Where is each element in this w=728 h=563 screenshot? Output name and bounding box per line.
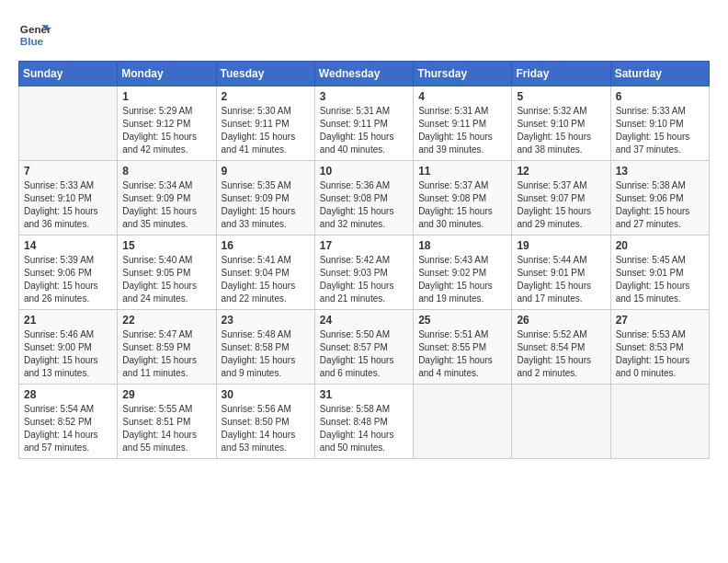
day-info: Sunrise: 5:47 AM Sunset: 8:59 PM Dayligh… <box>122 328 210 380</box>
calendar-cell: 29Sunrise: 5:55 AM Sunset: 8:51 PM Dayli… <box>118 385 216 459</box>
calendar-cell: 17Sunrise: 5:42 AM Sunset: 9:03 PM Dayli… <box>314 236 413 310</box>
day-number: 6 <box>616 90 704 103</box>
calendar-cell: 12Sunrise: 5:37 AM Sunset: 9:07 PM Dayli… <box>512 161 610 236</box>
column-header-monday: Monday <box>118 62 216 86</box>
page-header: General Blue <box>18 18 710 52</box>
day-info: Sunrise: 5:48 AM Sunset: 8:58 PM Dayligh… <box>222 328 310 380</box>
day-info: Sunrise: 5:36 AM Sunset: 9:08 PM Dayligh… <box>320 179 408 231</box>
calendar-header-row: SundayMondayTuesdayWednesdayThursdayFrid… <box>19 62 710 86</box>
calendar-cell: 27Sunrise: 5:53 AM Sunset: 8:53 PM Dayli… <box>610 310 709 385</box>
calendar-week-4: 21Sunrise: 5:46 AM Sunset: 9:00 PM Dayli… <box>19 310 710 385</box>
column-header-wednesday: Wednesday <box>314 62 413 86</box>
day-info: Sunrise: 5:52 AM Sunset: 8:54 PM Dayligh… <box>517 328 605 380</box>
calendar-cell: 2Sunrise: 5:30 AM Sunset: 9:11 PM Daylig… <box>216 86 314 161</box>
day-info: Sunrise: 5:39 AM Sunset: 9:06 PM Dayligh… <box>24 254 112 305</box>
calendar-week-5: 28Sunrise: 5:54 AM Sunset: 8:52 PM Dayli… <box>19 385 710 459</box>
day-info: Sunrise: 5:34 AM Sunset: 9:09 PM Dayligh… <box>122 179 210 231</box>
calendar-cell <box>19 86 118 161</box>
day-info: Sunrise: 5:38 AM Sunset: 9:06 PM Dayligh… <box>616 179 704 231</box>
calendar-week-3: 14Sunrise: 5:39 AM Sunset: 9:06 PM Dayli… <box>19 236 710 310</box>
calendar-cell: 31Sunrise: 5:58 AM Sunset: 8:48 PM Dayli… <box>314 385 413 459</box>
day-info: Sunrise: 5:30 AM Sunset: 9:11 PM Dayligh… <box>222 105 310 156</box>
calendar-cell: 15Sunrise: 5:40 AM Sunset: 9:05 PM Dayli… <box>118 236 216 310</box>
calendar-cell: 9Sunrise: 5:35 AM Sunset: 9:09 PM Daylig… <box>216 161 314 236</box>
day-number: 13 <box>616 165 704 178</box>
calendar-cell: 22Sunrise: 5:47 AM Sunset: 8:59 PM Dayli… <box>118 310 216 385</box>
calendar-cell: 1Sunrise: 5:29 AM Sunset: 9:12 PM Daylig… <box>118 86 216 161</box>
day-number: 14 <box>24 239 112 252</box>
calendar-cell: 8Sunrise: 5:34 AM Sunset: 9:09 PM Daylig… <box>118 161 216 236</box>
calendar-cell: 5Sunrise: 5:32 AM Sunset: 9:10 PM Daylig… <box>512 86 610 161</box>
day-number: 21 <box>24 314 112 327</box>
day-info: Sunrise: 5:31 AM Sunset: 9:11 PM Dayligh… <box>320 105 408 156</box>
calendar-cell: 14Sunrise: 5:39 AM Sunset: 9:06 PM Dayli… <box>19 236 118 310</box>
day-info: Sunrise: 5:43 AM Sunset: 9:02 PM Dayligh… <box>418 254 506 305</box>
day-info: Sunrise: 5:35 AM Sunset: 9:09 PM Dayligh… <box>222 179 310 231</box>
svg-text:Blue: Blue <box>20 35 44 47</box>
calendar-cell: 13Sunrise: 5:38 AM Sunset: 9:06 PM Dayli… <box>610 161 709 236</box>
day-info: Sunrise: 5:41 AM Sunset: 9:04 PM Dayligh… <box>222 254 310 305</box>
day-number: 2 <box>222 90 310 103</box>
day-info: Sunrise: 5:46 AM Sunset: 9:00 PM Dayligh… <box>24 328 112 380</box>
calendar-cell <box>610 385 709 459</box>
day-info: Sunrise: 5:29 AM Sunset: 9:12 PM Dayligh… <box>122 105 210 156</box>
day-number: 5 <box>517 90 605 103</box>
day-number: 1 <box>122 90 210 103</box>
day-number: 30 <box>222 388 310 401</box>
day-number: 4 <box>418 90 506 103</box>
day-number: 19 <box>517 239 605 252</box>
calendar-cell: 19Sunrise: 5:44 AM Sunset: 9:01 PM Dayli… <box>512 236 610 310</box>
day-number: 28 <box>24 388 112 401</box>
day-info: Sunrise: 5:45 AM Sunset: 9:01 PM Dayligh… <box>616 254 704 305</box>
logo: General Blue <box>18 18 51 52</box>
calendar-cell: 10Sunrise: 5:36 AM Sunset: 9:08 PM Dayli… <box>314 161 413 236</box>
calendar-table: SundayMondayTuesdayWednesdayThursdayFrid… <box>18 61 710 459</box>
day-info: Sunrise: 5:55 AM Sunset: 8:51 PM Dayligh… <box>122 403 210 454</box>
day-number: 25 <box>418 314 506 327</box>
day-info: Sunrise: 5:53 AM Sunset: 8:53 PM Dayligh… <box>616 328 704 380</box>
calendar-cell: 23Sunrise: 5:48 AM Sunset: 8:58 PM Dayli… <box>216 310 314 385</box>
calendar-cell: 24Sunrise: 5:50 AM Sunset: 8:57 PM Dayli… <box>314 310 413 385</box>
day-info: Sunrise: 5:37 AM Sunset: 9:08 PM Dayligh… <box>418 179 506 231</box>
calendar-cell: 18Sunrise: 5:43 AM Sunset: 9:02 PM Dayli… <box>414 236 512 310</box>
day-number: 15 <box>122 239 210 252</box>
day-number: 12 <box>517 165 605 178</box>
calendar-cell: 11Sunrise: 5:37 AM Sunset: 9:08 PM Dayli… <box>414 161 512 236</box>
day-info: Sunrise: 5:31 AM Sunset: 9:11 PM Dayligh… <box>418 105 506 156</box>
day-info: Sunrise: 5:44 AM Sunset: 9:01 PM Dayligh… <box>517 254 605 305</box>
day-info: Sunrise: 5:56 AM Sunset: 8:50 PM Dayligh… <box>222 403 310 454</box>
calendar-cell: 3Sunrise: 5:31 AM Sunset: 9:11 PM Daylig… <box>314 86 413 161</box>
column-header-friday: Friday <box>512 62 610 86</box>
day-info: Sunrise: 5:51 AM Sunset: 8:55 PM Dayligh… <box>418 328 506 380</box>
day-number: 23 <box>222 314 310 327</box>
day-number: 22 <box>122 314 210 327</box>
day-number: 3 <box>320 90 408 103</box>
day-info: Sunrise: 5:37 AM Sunset: 9:07 PM Dayligh… <box>517 179 605 231</box>
day-number: 9 <box>222 165 310 178</box>
day-info: Sunrise: 5:33 AM Sunset: 9:10 PM Dayligh… <box>616 105 704 156</box>
day-number: 29 <box>122 388 210 401</box>
calendar-cell: 21Sunrise: 5:46 AM Sunset: 9:00 PM Dayli… <box>19 310 118 385</box>
calendar-cell: 28Sunrise: 5:54 AM Sunset: 8:52 PM Dayli… <box>19 385 118 459</box>
calendar-cell: 25Sunrise: 5:51 AM Sunset: 8:55 PM Dayli… <box>414 310 512 385</box>
calendar-cell: 20Sunrise: 5:45 AM Sunset: 9:01 PM Dayli… <box>610 236 709 310</box>
day-info: Sunrise: 5:40 AM Sunset: 9:05 PM Dayligh… <box>122 254 210 305</box>
day-number: 18 <box>418 239 506 252</box>
calendar-cell: 26Sunrise: 5:52 AM Sunset: 8:54 PM Dayli… <box>512 310 610 385</box>
day-info: Sunrise: 5:58 AM Sunset: 8:48 PM Dayligh… <box>320 403 408 454</box>
logo-icon: General Blue <box>18 18 51 52</box>
day-number: 10 <box>320 165 408 178</box>
column-header-sunday: Sunday <box>19 62 118 86</box>
day-info: Sunrise: 5:33 AM Sunset: 9:10 PM Dayligh… <box>24 179 112 231</box>
calendar-cell <box>512 385 610 459</box>
day-info: Sunrise: 5:54 AM Sunset: 8:52 PM Dayligh… <box>24 403 112 454</box>
day-number: 8 <box>122 165 210 178</box>
column-header-thursday: Thursday <box>414 62 512 86</box>
column-header-saturday: Saturday <box>610 62 709 86</box>
day-number: 11 <box>418 165 506 178</box>
calendar-cell: 4Sunrise: 5:31 AM Sunset: 9:11 PM Daylig… <box>414 86 512 161</box>
day-number: 7 <box>24 165 112 178</box>
day-number: 26 <box>517 314 605 327</box>
calendar-cell: 30Sunrise: 5:56 AM Sunset: 8:50 PM Dayli… <box>216 385 314 459</box>
day-info: Sunrise: 5:50 AM Sunset: 8:57 PM Dayligh… <box>320 328 408 380</box>
